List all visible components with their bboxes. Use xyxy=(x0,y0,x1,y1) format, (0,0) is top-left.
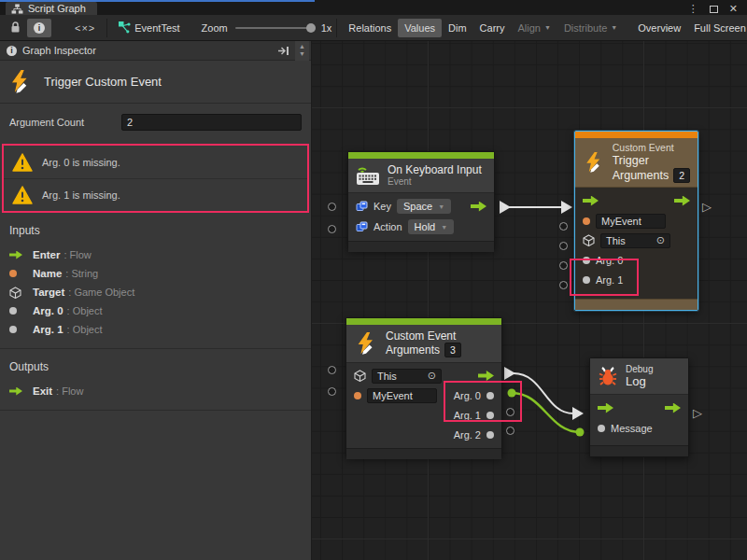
node-title-line2: Arguments xyxy=(386,343,440,357)
inspector-title: Graph Inspector xyxy=(22,45,272,56)
node-title-line2: Arguments xyxy=(613,169,669,183)
argument-count-input[interactable] xyxy=(121,114,302,131)
info-icon: i xyxy=(7,46,17,56)
toolbar-separator xyxy=(106,19,107,37)
message-label: Message xyxy=(611,423,653,434)
target-field[interactable]: This⊙ xyxy=(600,233,670,248)
event-color-bar xyxy=(346,318,501,325)
info-icon: i xyxy=(34,22,45,34)
graph-asset-icon xyxy=(119,21,131,34)
argument-count-badge[interactable]: 2 xyxy=(673,168,690,183)
trigger-arg0-port[interactable] xyxy=(559,261,568,270)
missing-args-annotation-trigger xyxy=(570,259,639,296)
dropdown-arrow-icon: ▼ xyxy=(544,24,551,31)
object-port-icon xyxy=(9,307,17,315)
target-selector-icon[interactable]: ⊙ xyxy=(656,234,665,246)
flow-continue-icon[interactable]: ▷ xyxy=(702,201,712,213)
input-pin-arg1: Arg. 1 : Object xyxy=(9,320,302,339)
event-name-field[interactable]: MyEvent xyxy=(367,388,437,403)
inspector-toggle-button[interactable]: i xyxy=(27,19,51,37)
trigger-arg1-port[interactable] xyxy=(559,281,568,289)
full-screen-button[interactable]: Full Screen xyxy=(687,19,747,37)
maximize-icon[interactable] xyxy=(710,6,718,13)
target-field[interactable]: This⊙ xyxy=(372,369,442,384)
code-preview-button[interactable]: <×> xyxy=(68,19,102,37)
argument-count-label: Argument Count xyxy=(9,117,114,128)
input-pin-arg0: Arg. 0 : Object xyxy=(9,301,302,320)
zoom-slider-handle[interactable] xyxy=(306,23,316,33)
custom-event-target-port[interactable] xyxy=(328,366,336,374)
dim-button[interactable]: Dim xyxy=(442,19,473,37)
dropdown-arrow-icon: ▼ xyxy=(438,203,444,210)
flow-out-port[interactable] xyxy=(478,371,494,381)
tab-label: Script Graph xyxy=(28,3,86,14)
custom-event-name-port[interactable] xyxy=(328,387,336,396)
object-port-icon[interactable] xyxy=(486,431,494,439)
warnings-annotation-box: Arg. 0 is missing. Arg. 1 is missing. xyxy=(2,144,309,213)
align-button[interactable]: Align▼ xyxy=(511,19,557,37)
dropdown-arrow-icon: ▼ xyxy=(611,24,617,31)
close-icon[interactable]: ✕ xyxy=(729,3,738,15)
port-label-action: Action xyxy=(374,221,402,232)
object-port-icon[interactable] xyxy=(598,425,605,432)
node-footer xyxy=(346,448,501,459)
input-pin-name: Name : String xyxy=(9,264,302,283)
node-footer xyxy=(590,445,688,456)
graph-name-label: EventTest xyxy=(134,22,179,34)
custom-event-arg2-out-port[interactable] xyxy=(506,427,514,435)
trigger-target-port[interactable] xyxy=(559,242,568,250)
custom-event-icon xyxy=(354,331,378,356)
argument-count-badge[interactable]: 3 xyxy=(444,343,461,357)
inspector-header: i Graph Inspector ▲ ▼ xyxy=(0,41,311,61)
node-footer xyxy=(348,241,494,252)
port-label-key: Key xyxy=(374,201,391,212)
carry-button[interactable]: Carry xyxy=(473,19,512,37)
dock-panel-icon[interactable] xyxy=(277,46,289,56)
event-name-field[interactable]: MyEvent xyxy=(596,214,666,229)
node-debug-log[interactable]: Debug Log Message xyxy=(589,357,689,457)
outputs-title: Outputs xyxy=(9,360,302,373)
lock-icon xyxy=(10,21,21,34)
scroll-down-icon[interactable]: ▼ xyxy=(299,50,305,58)
trigger-name-port[interactable] xyxy=(559,222,568,231)
overview-button[interactable]: Overview xyxy=(631,19,687,37)
warning-icon xyxy=(12,153,33,172)
tab-script-graph[interactable]: Script Graph xyxy=(6,2,97,15)
inspector-scrollbar[interactable]: ▲ ▼ xyxy=(295,41,309,61)
key-dropdown[interactable]: Space ▼ xyxy=(397,199,451,214)
flow-in-port[interactable] xyxy=(583,196,599,206)
gameobject-cube-icon xyxy=(9,287,21,299)
flow-continue-icon[interactable]: ▷ xyxy=(693,407,702,419)
zoom-slider[interactable] xyxy=(235,27,314,29)
window-menu-icon[interactable]: ⋮ xyxy=(688,3,698,15)
node-title-line1: Trigger xyxy=(613,154,690,168)
flow-out-port[interactable] xyxy=(665,403,681,413)
values-button[interactable]: Values xyxy=(398,19,442,37)
distribute-button[interactable]: Distribute▼ xyxy=(557,19,624,37)
action-dropdown[interactable]: Hold ▼ xyxy=(408,219,455,234)
enum-icon xyxy=(356,201,368,212)
string-port-icon[interactable] xyxy=(583,217,590,225)
graph-canvas[interactable]: On Keyboard Input Event Key Space ▼ xyxy=(312,41,747,560)
lock-button[interactable] xyxy=(4,19,27,37)
keyboard-key-port[interactable] xyxy=(328,203,336,211)
zoom-label: Zoom xyxy=(202,22,228,34)
graph-toolbar: i <×> EventTest Zoom 1x Relations Values… xyxy=(0,15,747,41)
flow-out-port[interactable] xyxy=(674,196,690,206)
node-on-keyboard-input[interactable]: On Keyboard Input Event Key Space ▼ xyxy=(347,151,495,250)
custom-event-icon xyxy=(7,69,33,94)
flow-in-port[interactable] xyxy=(598,403,613,413)
scroll-up-icon[interactable]: ▲ xyxy=(299,43,305,50)
relations-button[interactable]: Relations xyxy=(342,19,398,37)
code-icon: <×> xyxy=(75,22,95,34)
trigger-flow-out-port[interactable] xyxy=(471,202,486,212)
target-selector-icon[interactable]: ⊙ xyxy=(428,370,436,382)
keyboard-action-port[interactable] xyxy=(328,225,336,233)
graph-breadcrumb[interactable]: EventTest xyxy=(112,19,186,37)
warning-row: Arg. 0 is missing. xyxy=(4,146,307,178)
enum-icon xyxy=(356,221,368,232)
custom-event-icon xyxy=(583,150,605,175)
outputs-section: Outputs Exit : Flow xyxy=(0,349,311,404)
string-port-icon[interactable] xyxy=(354,392,361,399)
script-graph-window: Script Graph ⋮ ✕ i <×> EventTest Zoom 1x xyxy=(0,0,747,560)
